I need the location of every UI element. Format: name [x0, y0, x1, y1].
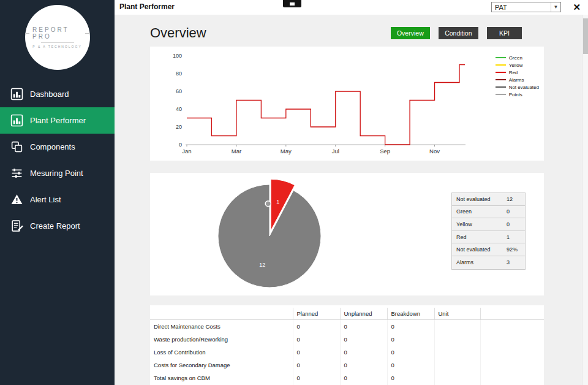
- tab-kpi[interactable]: KPI: [487, 27, 522, 39]
- row-value: 0: [340, 346, 387, 359]
- sidebar-item-label: Dashboard: [30, 90, 69, 99]
- status-line-chart-card: 020406080100JanMarMayJulSepNov GreenYell…: [150, 47, 544, 161]
- pie-stat-label: Not evaluated: [456, 246, 507, 253]
- legend-item: Green: [496, 54, 539, 61]
- page-title: Overview: [150, 25, 206, 41]
- pie-stat-value: 3: [507, 259, 521, 265]
- row-value: [434, 372, 480, 384]
- logo-divider: [41, 42, 74, 43]
- bar-chart-icon: [10, 114, 23, 127]
- sidebar-item-alert-list[interactable]: Alert List: [0, 186, 115, 213]
- pie-stat-value: 0: [507, 221, 521, 227]
- pie-stat-value: 0: [507, 208, 521, 215]
- pie-stat-row: Not evaluated12: [452, 193, 525, 206]
- svg-text:Mar: Mar: [232, 148, 241, 154]
- pie-stat-label: Yellow: [456, 221, 507, 227]
- row-label: Waste production/Reworking: [150, 333, 293, 346]
- svg-text:May: May: [281, 148, 292, 154]
- legend-label: Yellow: [509, 63, 523, 68]
- pie-stat-row: Yellow0: [452, 218, 525, 231]
- pie-stat-value: 92%: [507, 246, 521, 253]
- row-label: Costs for Secondary Damage: [150, 359, 293, 372]
- status-pie-chart-card: 112 Not evaluated12Green0Yellow0Red1Not …: [150, 173, 544, 295]
- pie-stat-label: Not evaluated: [456, 196, 507, 202]
- svg-text:20: 20: [176, 124, 182, 130]
- legend-label: Red: [509, 70, 518, 75]
- sidebar: REPORT PRO P & A TECHNOLOGY Dashboard Pl…: [0, 0, 115, 385]
- alert-triangle-icon: [10, 193, 23, 206]
- table-row: Loss of Contribution000: [150, 346, 544, 359]
- table-row: Waste production/Reworking000: [150, 333, 544, 346]
- svg-text:Nov: Nov: [429, 148, 440, 154]
- row-value: 0: [293, 346, 340, 359]
- table-header-row: PlannedUnplannedBreakdownUnit: [150, 308, 544, 320]
- table-row: Direct Maintenance Costs000: [150, 320, 544, 334]
- legend-swatch: [496, 79, 506, 80]
- tab-overview[interactable]: Overview: [391, 27, 430, 39]
- sidebar-item-label: Alert List: [30, 195, 61, 204]
- sidebar-item-dashboard[interactable]: Dashboard: [0, 81, 115, 107]
- app-logo: REPORT PRO P & A TECHNOLOGY: [25, 5, 90, 70]
- sidebar-item-create-report[interactable]: Create Report: [0, 213, 115, 239]
- scrollbar-thumb[interactable]: [583, 18, 588, 54]
- main-content: Overview Overview Condition KPI 02040608…: [115, 15, 582, 385]
- legend-swatch: [496, 57, 506, 58]
- chart-legend: GreenYellowRedAlarmsNot evaluatedPoints: [496, 54, 539, 98]
- logo-title: REPORT PRO: [25, 26, 90, 40]
- sidebar-item-plant-performer[interactable]: Plant Performer: [0, 107, 115, 134]
- column-header: Unit: [434, 308, 480, 320]
- pie-zero-marker: [265, 201, 271, 207]
- sidebar-item-label: Plant Performer: [30, 116, 86, 125]
- plant-dropdown[interactable]: PAT ▼: [491, 2, 561, 12]
- view-tabs: Overview Condition KPI: [385, 27, 522, 39]
- sidebar-item-components[interactable]: Components: [0, 134, 115, 160]
- cost-table: PlannedUnplannedBreakdownUnit Direct Mai…: [150, 308, 544, 385]
- row-value: 0: [293, 372, 340, 384]
- column-header: Unplanned: [340, 308, 387, 320]
- row-value: 0: [340, 372, 387, 384]
- pie-stat-row: Red1: [452, 231, 525, 244]
- legend-item: Red: [496, 69, 539, 76]
- row-value: 0: [340, 359, 387, 372]
- sidebar-item-label: Mesuring Point: [30, 169, 83, 178]
- pie-stat-row: Not evaluated92%: [452, 243, 525, 256]
- pie-stat-row: Green0: [452, 206, 525, 219]
- window-icon: [283, 0, 301, 7]
- legend-item: Not evaluated: [496, 83, 539, 91]
- table-row: Total savings on CBM000: [150, 372, 544, 384]
- legend-item: Yellow: [496, 61, 539, 69]
- row-value: 0: [387, 346, 434, 359]
- row-value: 0: [387, 333, 434, 346]
- close-button[interactable]: ✕: [573, 1, 581, 13]
- pie-stat-label: Green: [456, 208, 507, 215]
- legend-label: Not evaluated: [509, 85, 539, 90]
- pie-stat-label: Red: [456, 234, 507, 240]
- sidebar-item-mesuring-point[interactable]: Mesuring Point: [0, 160, 115, 186]
- svg-text:40: 40: [176, 106, 182, 112]
- row-value: [480, 320, 544, 334]
- row-value: 0: [387, 372, 434, 384]
- pie-stat-value: 12: [507, 196, 521, 202]
- row-label: Total savings on CBM: [150, 372, 293, 384]
- row-value: 0: [387, 359, 434, 372]
- vertical-scrollbar[interactable]: [582, 15, 588, 385]
- report-pencil-icon: [10, 219, 23, 232]
- pie-stat-value: 1: [507, 234, 521, 240]
- row-value: 0: [293, 320, 340, 334]
- logo-subtitle: P & A TECHNOLOGY: [32, 45, 81, 48]
- tab-condition[interactable]: Condition: [439, 27, 478, 39]
- legend-item: Points: [496, 91, 539, 98]
- row-label: Loss of Contribution: [150, 346, 293, 359]
- row-value: [434, 333, 480, 346]
- row-value: [480, 372, 544, 384]
- titlebar: Plant Performer PAT ▼ ✕: [115, 0, 588, 15]
- pie-stat-label: Alarms: [456, 259, 507, 265]
- row-value: [434, 359, 480, 372]
- row-value: 0: [340, 320, 387, 334]
- row-value: [434, 320, 480, 334]
- row-value: 0: [293, 333, 340, 346]
- svg-text:12: 12: [259, 262, 265, 268]
- svg-text:60: 60: [176, 88, 182, 94]
- sidebar-item-label: Components: [30, 142, 75, 151]
- row-value: [480, 346, 544, 359]
